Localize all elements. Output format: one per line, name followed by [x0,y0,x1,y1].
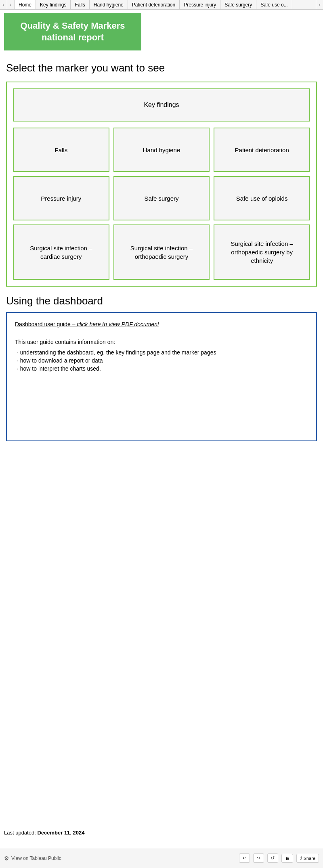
nav-bar: ‹ › Home Key findings Falls Hand hygiene… [0,0,323,10]
tile-safe-use-opioids[interactable]: Safe use of opioids [214,176,310,220]
banner-line2: national report [42,32,104,42]
nav-tab-safe-surgery[interactable]: Safe surgery [220,0,256,10]
device-icon: 🖥 [285,856,289,861]
undo-icon: ↩ [243,855,246,861]
header-banner: Quality & Safety Markers national report [4,13,141,50]
reset-button[interactable]: ↺ [267,853,278,863]
dashboard-box: Dashboard user guide – click here to vie… [6,312,317,441]
dashboard-section-title: Using the dashboard [6,295,317,307]
gear-icon: ⚙ [4,855,9,862]
tiles-container: Key findings Falls Hand hygiene Patient … [6,82,317,287]
undo-button[interactable]: ↩ [239,853,250,863]
list-item: understanding the dashboard, eg, the key… [17,349,308,356]
tile-falls[interactable]: Falls [13,128,109,172]
footer: Last updated: December 11, 2024 [4,830,85,836]
nav-tab-home[interactable]: Home [15,0,36,10]
dashboard-desc: This user guide contains information on: [15,339,308,345]
share-button[interactable]: ⤴ Share [296,854,319,863]
dashboard-guide-prefix: Dashboard user guide – [15,321,77,327]
nav-left-next-arrow[interactable]: › [7,0,15,10]
tableau-label: View on Tableau Public [11,855,61,861]
dashboard-list: understanding the dashboard, eg, the key… [15,349,308,372]
tiles-grid: Falls Hand hygiene Patient deterioration… [13,128,310,280]
select-title: Select the marker you want to see [6,62,317,74]
nav-tab-key-findings[interactable]: Key findings [36,0,71,10]
share-label: Share [304,856,315,861]
tile-ssi-cardiac[interactable]: Surgical site infection –cardiac surgery [13,224,109,280]
redo-icon: ↪ [257,855,260,861]
last-updated-date: December 11, 2024 [37,830,84,836]
tile-safe-surgery[interactable]: Safe surgery [113,176,210,220]
nav-tab-patient-deterioration[interactable]: Patient deterioration [128,0,180,10]
device-button[interactable]: 🖥 [281,854,293,863]
nav-left-prev-arrow[interactable]: ‹ [0,0,7,10]
nav-tab-safe-use[interactable]: Safe use o... [256,0,292,10]
tile-ssi-orthopaedic-ethnicity[interactable]: Surgical site infection –orthopaedic sur… [214,224,310,280]
nav-tab-hand-hygiene[interactable]: Hand hygiene [90,0,128,10]
banner-line1: Quality & Safety Markers [20,21,125,31]
tile-ssi-orthopaedic[interactable]: Surgical site infection –orthopaedic sur… [113,224,210,280]
toolbar-right: ↩ ↪ ↺ 🖥 ⤴ Share [239,853,319,863]
list-item: how to download a report or data [17,357,308,364]
nav-tab-pressure-injury[interactable]: Pressure injury [180,0,220,10]
dashboard-guide-text: Dashboard user guide – click here to vie… [15,321,308,333]
nav-tab-falls[interactable]: Falls [71,0,89,10]
tile-key-findings[interactable]: Key findings [13,88,310,122]
main-content: Select the marker you want to see Key fi… [0,54,323,449]
share-icon: ⤴ [300,856,302,861]
tile-patient-deterioration[interactable]: Patient deterioration [214,128,310,172]
dashboard-guide-link[interactable]: click here to view PDF document [77,321,159,327]
tableau-view-link[interactable]: ⚙ View on Tableau Public [4,855,61,862]
nav-right-arrow[interactable]: › [316,0,323,10]
reset-icon: ↺ [271,855,275,861]
redo-button[interactable]: ↪ [253,853,264,863]
last-updated-label: Last updated: [4,830,37,836]
bottom-toolbar: ⚙ View on Tableau Public ↩ ↪ ↺ 🖥 ⤴ Share [0,848,323,868]
list-item: how to interpret the charts used. [17,365,308,372]
tile-hand-hygiene[interactable]: Hand hygiene [113,128,210,172]
tile-pressure-injury[interactable]: Pressure injury [13,176,109,220]
